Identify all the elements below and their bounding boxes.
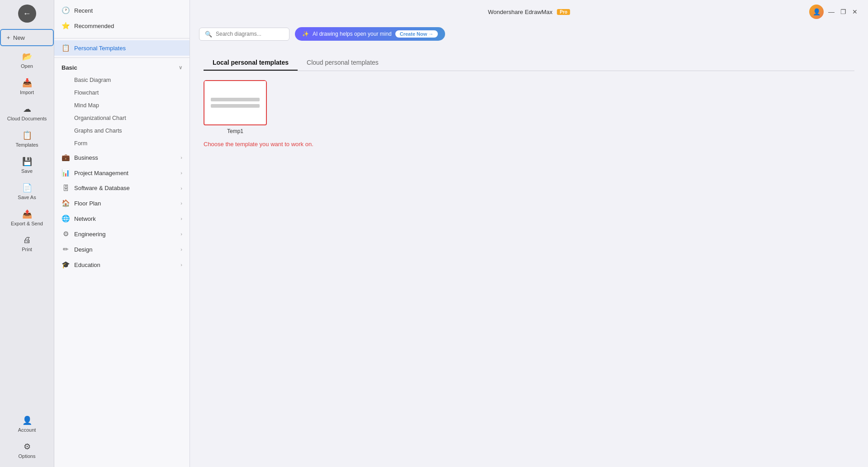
back-icon: ← [23,9,31,19]
nav-software-db[interactable]: 🗄 Software & Database › [54,181,190,195]
sub-graphs-charts[interactable]: Graphs and Charts [54,124,190,137]
engineering-label: Engineering [74,231,105,238]
basic-chevron: ∨ [179,65,182,71]
sub-flowchart[interactable]: Flowchart [54,86,190,99]
ai-banner[interactable]: ✨ AI drawing helps open your mind Create… [295,27,445,41]
sidebar-item-options[interactable]: ⚙ Options [0,438,54,462]
export-label: Export & Send [11,221,43,226]
floor-plan-chevron: › [180,200,182,206]
thumb-lines [211,98,260,108]
recommended-label: Recommended [74,23,114,29]
recent-icon: 🕐 [62,6,70,14]
account-icon: 👤 [22,415,32,425]
basic-label: Basic [62,64,77,71]
sidebar-item-save-as[interactable]: 📄 Save As [0,179,54,204]
nav-project-mgmt[interactable]: 📊 Project Management › [54,165,190,181]
thumb-line-2 [211,104,260,108]
education-chevron: › [180,262,182,267]
tab-cloud[interactable]: Cloud personal templates [298,55,388,71]
template-name-temp1: Temp1 [204,125,267,136]
software-db-chevron: › [180,186,182,191]
minimize-button[interactable]: — [827,8,835,16]
nav-engineering[interactable]: ⚙ Engineering › [54,226,190,242]
nav-education[interactable]: 🎓 Education › [54,257,190,272]
template-card-temp1[interactable]: Temp1 [204,80,267,136]
tab-row: Local personal templates Cloud personal … [204,55,854,71]
save-label: Save [21,168,33,174]
template-thumb-temp1[interactable] [204,80,267,125]
sidebar-item-save[interactable]: 💾 Save [0,153,54,177]
user-avatar[interactable]: 👤 [809,5,824,19]
sidebar-item-open[interactable]: 📂 Open [0,48,54,72]
content-area: Local personal templates Cloud personal … [190,46,868,467]
recommended-icon: ⭐ [62,22,70,30]
sidebar-item-cloud[interactable]: ☁ Cloud Documents [0,100,54,125]
network-icon: 🌐 [62,214,70,223]
top-nav-section: 🕐 Recent ⭐ Recommended [54,0,190,36]
top-right-icons: 👤 — ❐ ✕ [809,5,859,19]
options-icon: ⚙ [24,442,31,452]
engineering-chevron: › [180,231,182,237]
design-chevron: › [180,247,182,252]
sidebar-bottom: 👤 Account ⚙ Options [0,412,54,462]
nav-recommended[interactable]: ⭐ Recommended [54,18,190,33]
sub-org-chart[interactable]: Organizational Chart [54,112,190,124]
nav-floor-plan[interactable]: 🏠 Floor Plan › [54,195,190,211]
network-chevron: › [180,216,182,221]
back-button[interactable]: ← [18,5,36,23]
cloud-icon: ☁ [23,104,31,114]
sidebar-item-new[interactable]: ＋ New [0,29,54,46]
sidebar-item-print[interactable]: 🖨 Print [0,232,54,256]
education-icon: 🎓 [62,261,70,269]
save-as-icon: 📄 [22,183,32,193]
sidebar-item-templates[interactable]: 📋 Templates [0,127,54,151]
main-content: Wondershare EdrawMax Pro 👤 — ❐ ✕ 🔍 ✨ AI … [190,0,868,467]
options-label: Options [19,453,36,459]
save-icon: 💾 [22,157,32,167]
sub-mind-map[interactable]: Mind Map [54,99,190,112]
open-label: Open [21,63,33,69]
project-mgmt-label: Project Management [74,170,128,176]
search-icon: 🔍 [205,31,212,38]
business-icon: 💼 [62,153,70,162]
close-button[interactable]: ✕ [851,8,859,16]
create-now-button[interactable]: Create Now → [395,30,438,38]
import-icon: 📥 [22,78,32,88]
business-chevron: › [180,155,182,160]
divider-1 [54,38,190,38]
cloud-label: Cloud Documents [7,116,47,121]
sub-basic-diagram[interactable]: Basic Diagram [54,74,190,86]
sub-form[interactable]: Form [54,137,190,150]
new-label: New [13,34,25,41]
nav-network[interactable]: 🌐 Network › [54,211,190,226]
templates-grid: Temp1 [204,80,854,136]
floor-plan-label: Floor Plan [74,200,101,207]
account-label: Account [18,427,36,433]
nav-design[interactable]: ✏ Design › [54,242,190,257]
ai-icon: ✨ [302,31,309,37]
nav-personal-templates[interactable]: 📋 Personal Templates [54,40,190,56]
print-label: Print [22,247,32,252]
design-icon: ✏ [62,245,70,253]
sidebar-item-export[interactable]: 📤 Export & Send [0,205,54,230]
business-label: Business [74,154,98,161]
search-bar-row: 🔍 ✨ AI drawing helps open your mind Crea… [190,24,868,46]
recent-label: Recent [74,7,93,14]
sidebar-item-account[interactable]: 👤 Account [0,412,54,436]
templates-label: Templates [15,142,38,148]
sidebar-item-import[interactable]: 📥 Import [0,74,54,99]
tab-local[interactable]: Local personal templates [204,55,298,71]
nav-business[interactable]: 💼 Business › [54,150,190,165]
nav-recent[interactable]: 🕐 Recent [54,3,190,18]
search-box[interactable]: 🔍 [199,28,289,41]
search-input[interactable] [216,31,284,37]
engineering-icon: ⚙ [62,230,70,238]
personal-templates-icon: 📋 [62,44,70,52]
project-mgmt-icon: 📊 [62,169,70,177]
top-bar: Wondershare EdrawMax Pro 👤 — ❐ ✕ [190,0,868,24]
floor-plan-icon: 🏠 [62,199,70,207]
left-sidebar: ← ＋ New 📂 Open 📥 Import ☁ Cloud Document… [0,0,54,467]
restore-button[interactable]: ❐ [839,8,847,16]
print-icon: 🖨 [23,235,31,245]
basic-category-header[interactable]: Basic ∨ [54,60,190,74]
